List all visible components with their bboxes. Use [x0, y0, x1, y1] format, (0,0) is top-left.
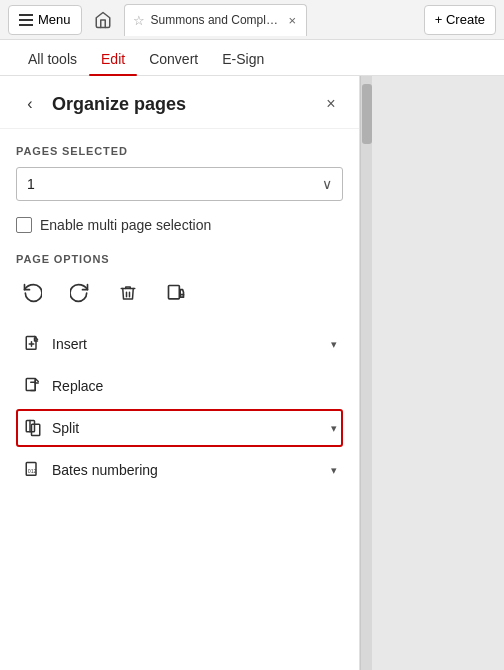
- right-area: [360, 76, 504, 670]
- home-icon: [94, 11, 112, 29]
- extract-icon: [166, 283, 186, 303]
- insert-icon: [22, 333, 44, 355]
- tab-area: ☆ Summons and Complai... ×: [124, 0, 416, 39]
- star-icon: ☆: [133, 13, 145, 28]
- chevron-down-icon: ∨: [322, 176, 332, 192]
- hamburger-icon: [19, 14, 33, 26]
- delete-button[interactable]: [112, 277, 144, 309]
- insert-arrow-icon: ▾: [331, 338, 337, 351]
- svg-rect-0: [169, 286, 180, 299]
- pages-dropdown[interactable]: 1 ∨: [16, 167, 343, 201]
- scrollbar-track[interactable]: [360, 76, 372, 670]
- extract-button[interactable]: [160, 277, 192, 309]
- panel-header: ‹ Organize pages ×: [0, 76, 359, 129]
- split-label: Split: [52, 420, 323, 436]
- create-label: + Create: [435, 12, 485, 27]
- scrollbar-thumb[interactable]: [362, 84, 372, 144]
- replace-label: Replace: [52, 378, 337, 394]
- insert-action[interactable]: Insert ▾: [16, 325, 343, 363]
- multi-page-checkbox-row: Enable multi page selection: [16, 217, 343, 233]
- icon-toolbar: [16, 277, 343, 309]
- bates-label: Bates numbering: [52, 462, 323, 478]
- tab-close-button[interactable]: ×: [287, 11, 299, 30]
- bates-arrow-icon: ▾: [331, 464, 337, 477]
- panel-title: Organize pages: [52, 94, 319, 115]
- nav-item-edit[interactable]: Edit: [89, 43, 137, 75]
- nav-item-all-tools[interactable]: All tools: [16, 43, 89, 75]
- page-options-label: PAGE OPTIONS: [16, 253, 343, 265]
- rotate-left-button[interactable]: [16, 277, 48, 309]
- svg-rect-2: [26, 379, 35, 391]
- tab-title: Summons and Complai...: [151, 13, 281, 27]
- svg-rect-4: [32, 424, 40, 435]
- home-button[interactable]: [86, 5, 120, 35]
- panel-content: PAGES SELECTED 1 ∨ Enable multi page sel…: [0, 129, 359, 670]
- rotate-right-icon: [70, 283, 90, 303]
- main-layout: ‹ Organize pages × PAGES SELECTED 1 ∨ En…: [0, 76, 504, 670]
- nav-bar: All tools Edit Convert E-Sign: [0, 40, 504, 76]
- split-action[interactable]: Split ▾: [16, 409, 343, 447]
- pages-value: 1: [27, 176, 35, 192]
- replace-icon: [22, 375, 44, 397]
- rotate-right-button[interactable]: [64, 277, 96, 309]
- svg-text:012: 012: [28, 468, 37, 474]
- pages-selected-label: PAGES SELECTED: [16, 145, 343, 157]
- split-icon: [22, 417, 44, 439]
- multi-page-label: Enable multi page selection: [40, 217, 211, 233]
- browser-tab[interactable]: ☆ Summons and Complai... ×: [124, 4, 308, 36]
- title-bar: Menu ☆ Summons and Complai... × + Create: [0, 0, 504, 40]
- bates-action[interactable]: 012 Bates numbering ▾: [16, 451, 343, 489]
- close-button[interactable]: ×: [319, 92, 343, 116]
- side-panel: ‹ Organize pages × PAGES SELECTED 1 ∨ En…: [0, 76, 360, 670]
- replace-action[interactable]: Replace: [16, 367, 343, 405]
- back-button[interactable]: ‹: [16, 90, 44, 118]
- rotate-left-icon: [22, 283, 42, 303]
- menu-button[interactable]: Menu: [8, 5, 82, 35]
- insert-label: Insert: [52, 336, 323, 352]
- nav-item-convert[interactable]: Convert: [137, 43, 210, 75]
- split-arrow-icon: ▾: [331, 422, 337, 435]
- bates-icon: 012: [22, 459, 44, 481]
- multi-page-checkbox[interactable]: [16, 217, 32, 233]
- menu-label: Menu: [38, 12, 71, 27]
- nav-item-esign[interactable]: E-Sign: [210, 43, 276, 75]
- trash-icon: [119, 283, 137, 303]
- create-button[interactable]: + Create: [424, 5, 496, 35]
